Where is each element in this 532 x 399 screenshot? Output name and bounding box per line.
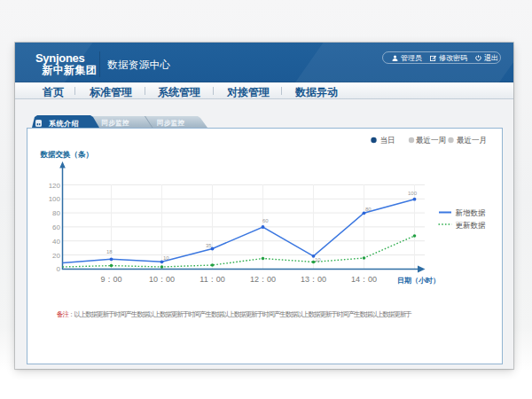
svg-text:14：00: 14：00	[350, 275, 376, 284]
svg-text:更新数据: 更新数据	[455, 221, 486, 230]
svg-text:80: 80	[52, 209, 60, 217]
svg-text:新增数据: 新增数据	[455, 208, 486, 217]
svg-text:20: 20	[52, 252, 60, 260]
svg-text:0: 0	[56, 265, 60, 273]
svg-text:最近一周: 最近一周	[416, 136, 446, 145]
svg-text:60: 60	[52, 223, 60, 231]
svg-text:日期（小时）: 日期（小时）	[397, 277, 440, 285]
svg-text:100: 100	[48, 195, 60, 203]
svg-text:当日: 当日	[379, 136, 395, 145]
svg-text:9：00: 9：00	[100, 275, 121, 284]
svg-text:120: 120	[48, 182, 60, 190]
svg-text:100: 100	[408, 191, 418, 196]
svg-text:40: 40	[52, 238, 60, 246]
svg-text:18: 18	[106, 249, 113, 254]
svg-text:数据交换（条）: 数据交换（条）	[39, 150, 93, 159]
svg-text:13：00: 13：00	[300, 275, 325, 284]
svg-text:10：00: 10：00	[148, 275, 174, 284]
svg-text:12：00: 12：00	[249, 275, 275, 284]
svg-text:最近一月: 最近一月	[457, 136, 487, 145]
svg-text:60: 60	[262, 218, 269, 223]
svg-text:35: 35	[206, 243, 212, 248]
svg-text:80: 80	[365, 207, 372, 212]
svg-text:11：00: 11：00	[200, 275, 224, 284]
svg-text:10: 10	[163, 255, 169, 261]
svg-text:10: 10	[315, 257, 321, 262]
